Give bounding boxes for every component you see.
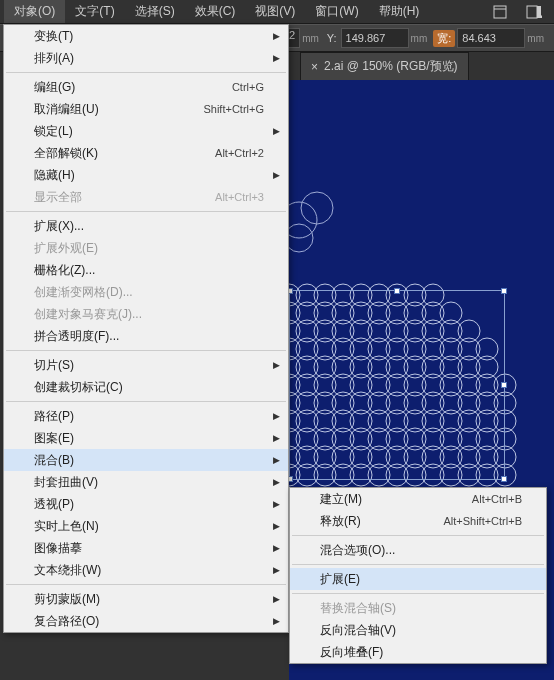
layout-icon[interactable]: [526, 5, 542, 19]
object-menu-item[interactable]: 混合(B)▶: [4, 449, 288, 471]
chevron-right-icon: ▶: [273, 543, 280, 553]
w-input[interactable]: [457, 28, 525, 48]
menu-separator: [6, 401, 286, 402]
menu-shortcut: Shift+Ctrl+G: [203, 103, 264, 115]
chevron-right-icon: ▶: [273, 565, 280, 575]
chevron-right-icon: ▶: [273, 477, 280, 487]
menu-type[interactable]: 文字(T): [65, 0, 124, 23]
sel-handle-e[interactable]: [501, 382, 507, 388]
doc-icon[interactable]: [492, 5, 508, 19]
menu-separator: [292, 564, 544, 565]
blend-menu-item[interactable]: 扩展(E): [290, 568, 546, 590]
blend-menu-item[interactable]: 反向堆叠(F): [290, 641, 546, 663]
menu-item-label: 拼合透明度(F)...: [34, 328, 119, 345]
menu-item-label: 排列(A): [34, 50, 74, 67]
object-menu-item[interactable]: 隐藏(H)▶: [4, 164, 288, 186]
menu-object[interactable]: 对象(O): [4, 0, 65, 23]
selection-bounding-box[interactable]: [289, 290, 505, 480]
menu-item-label: 图像描摹: [34, 540, 82, 557]
menu-item-label: 取消编组(U): [34, 101, 99, 118]
blend-menu-item[interactable]: 反向混合轴(V): [290, 619, 546, 641]
menu-separator: [6, 211, 286, 212]
tab-doc-2ai[interactable]: × 2.ai @ 150% (RGB/预览): [300, 52, 469, 80]
object-menu-item[interactable]: 排列(A)▶: [4, 47, 288, 69]
object-menu-item[interactable]: 复合路径(O)▶: [4, 610, 288, 632]
menu-item-label: 编组(G): [34, 79, 75, 96]
menu-shortcut: Alt+Ctrl+2: [215, 147, 264, 159]
menu-item-label: 扩展外观(E): [34, 240, 98, 257]
chevron-right-icon: ▶: [273, 433, 280, 443]
tab-close-icon[interactable]: ×: [311, 60, 318, 74]
object-menu-item[interactable]: 栅格化(Z)...: [4, 259, 288, 281]
menu-item-label: 透视(P): [34, 496, 74, 513]
object-menu-item[interactable]: 扩展(X)...: [4, 215, 288, 237]
blend-menu-item: 替换混合轴(S): [290, 597, 546, 619]
menubar: 对象(O) 文字(T) 选择(S) 效果(C) 视图(V) 窗口(W) 帮助(H…: [0, 0, 554, 24]
object-menu-item[interactable]: 全部解锁(K)Alt+Ctrl+2: [4, 142, 288, 164]
unit-mm-1: mm: [411, 33, 428, 44]
object-menu-item[interactable]: 编组(G)Ctrl+G: [4, 76, 288, 98]
menu-item-label: 复合路径(O): [34, 613, 99, 630]
object-menu-item[interactable]: 取消编组(U)Shift+Ctrl+G: [4, 98, 288, 120]
chevron-right-icon: ▶: [273, 411, 280, 421]
tab-label: 2.ai @ 150% (RGB/预览): [324, 58, 458, 75]
blend-menu-item[interactable]: 混合选项(O)...: [290, 539, 546, 561]
menu-item-label: 路径(P): [34, 408, 74, 425]
svg-rect-2: [527, 6, 537, 18]
menu-item-label: 封套扭曲(V): [34, 474, 98, 491]
object-menu-item[interactable]: 文本绕排(W)▶: [4, 559, 288, 581]
menu-item-label: 显示全部: [34, 189, 82, 206]
sel-handle-n[interactable]: [394, 288, 400, 294]
object-menu-item[interactable]: 实时上色(N)▶: [4, 515, 288, 537]
chevron-right-icon: ▶: [273, 455, 280, 465]
menu-effect[interactable]: 效果(C): [185, 0, 246, 23]
svg-rect-0: [494, 6, 506, 18]
object-menu-item[interactable]: 封套扭曲(V)▶: [4, 471, 288, 493]
object-menu-item[interactable]: 路径(P)▶: [4, 405, 288, 427]
y-input[interactable]: [341, 28, 409, 48]
menu-window[interactable]: 窗口(W): [305, 0, 368, 23]
w-label: 宽:: [433, 30, 455, 47]
blend-menu-item[interactable]: 建立(M)Alt+Ctrl+B: [290, 488, 546, 510]
menu-item-label: 隐藏(H): [34, 167, 75, 184]
chevron-right-icon: ▶: [273, 31, 280, 41]
menu-item-label: 扩展(E): [320, 571, 360, 588]
menu-item-label: 变换(T): [34, 28, 73, 45]
object-menu-item[interactable]: 变换(T)▶: [4, 25, 288, 47]
menu-item-label: 图案(E): [34, 430, 74, 447]
menu-shortcut: Alt+Shift+Ctrl+B: [443, 515, 522, 527]
chevron-right-icon: ▶: [273, 499, 280, 509]
object-menu-item[interactable]: 锁定(L)▶: [4, 120, 288, 142]
object-menu-item[interactable]: 透视(P)▶: [4, 493, 288, 515]
object-menu-item[interactable]: 图像描摹▶: [4, 537, 288, 559]
menu-item-label: 栅格化(Z)...: [34, 262, 95, 279]
chevron-right-icon: ▶: [273, 170, 280, 180]
sel-handle-se[interactable]: [501, 476, 507, 482]
sel-handle-ne[interactable]: [501, 288, 507, 294]
object-menu-item: 创建对象马赛克(J)...: [4, 303, 288, 325]
menu-separator: [6, 72, 286, 73]
unit-mm-0: mm: [302, 33, 319, 44]
object-menu-item[interactable]: 创建裁切标记(C): [4, 376, 288, 398]
menu-shortcut: Alt+Ctrl+B: [472, 493, 522, 505]
menu-help[interactable]: 帮助(H): [369, 0, 430, 23]
object-menu-item: 显示全部Alt+Ctrl+3: [4, 186, 288, 208]
chevron-right-icon: ▶: [273, 126, 280, 136]
menu-item-label: 混合选项(O)...: [320, 542, 395, 559]
menu-item-label: 反向堆叠(F): [320, 644, 383, 661]
menu-item-label: 创建对象马赛克(J)...: [34, 306, 142, 323]
object-menu-item[interactable]: 切片(S)▶: [4, 354, 288, 376]
menu-separator: [6, 584, 286, 585]
object-menu-item[interactable]: 拼合透明度(F)...: [4, 325, 288, 347]
menu-item-label: 切片(S): [34, 357, 74, 374]
object-menu-item[interactable]: 剪切蒙版(M)▶: [4, 588, 288, 610]
object-menu-item[interactable]: 图案(E)▶: [4, 427, 288, 449]
chevron-right-icon: ▶: [273, 616, 280, 626]
blend-menu-item[interactable]: 释放(R)Alt+Shift+Ctrl+B: [290, 510, 546, 532]
chevron-right-icon: ▶: [273, 521, 280, 531]
chevron-right-icon: ▶: [273, 594, 280, 604]
menu-view[interactable]: 视图(V): [245, 0, 305, 23]
menu-separator: [292, 593, 544, 594]
menu-shortcut: Ctrl+G: [232, 81, 264, 93]
menu-select[interactable]: 选择(S): [125, 0, 185, 23]
